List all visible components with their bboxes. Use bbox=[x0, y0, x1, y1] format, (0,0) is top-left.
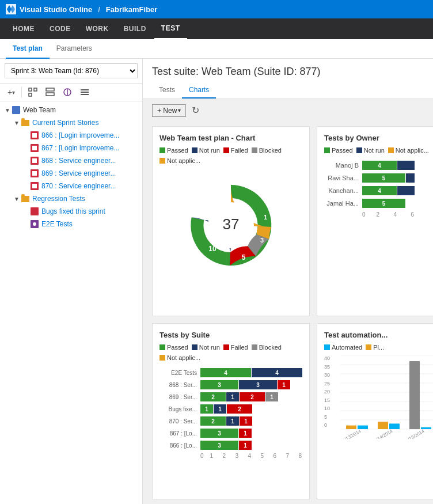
tab-parameters[interactable]: Parameters bbox=[50, 39, 99, 59]
content-title: Test suite: Web Team (Suite ID: 877) bbox=[152, 66, 424, 78]
svg-rect-12 bbox=[81, 94, 89, 95]
tree-label-regression: Regression Tests bbox=[32, 195, 140, 203]
folder-icon-sprint bbox=[21, 118, 30, 127]
suite-bars-e2e: 4 4 bbox=[200, 368, 302, 377]
suite-failed-868: 1 bbox=[278, 380, 290, 389]
tree-item-869[interactable]: 869 : Service engineer... bbox=[0, 167, 142, 180]
legend-automated: Automated bbox=[324, 344, 362, 351]
legend-automated-label: Automated bbox=[332, 344, 362, 351]
content-tabs: Tests Charts bbox=[152, 82, 424, 98]
project-name: FabrikamFiber bbox=[106, 5, 158, 14]
tab-bar: Test plan Parameters bbox=[0, 39, 433, 59]
tree-item-current-sprint[interactable]: ▼ Current Sprint Stories bbox=[0, 116, 142, 129]
suite-notrun-bugs: 1 bbox=[214, 404, 226, 414]
suite-axis-7: 7 bbox=[276, 453, 289, 459]
nav-test[interactable]: TEST bbox=[154, 18, 187, 39]
content-header: Test suite: Web Team (Suite ID: 877) Tes… bbox=[143, 59, 433, 99]
tree-item-867[interactable]: 867 : [Login improveme... bbox=[0, 142, 142, 154]
expand-icon bbox=[28, 88, 37, 97]
y-35: 35 bbox=[324, 364, 330, 370]
legend-blocked-dot bbox=[252, 147, 257, 153]
legend-suite-failed-dot bbox=[223, 344, 229, 350]
suite-bars-bugs: 1 1 2 bbox=[200, 404, 302, 414]
filter-icon bbox=[63, 88, 72, 97]
legend-suite-notapp-dot bbox=[159, 355, 165, 361]
tree-item-regression[interactable]: ▼ Regression Tests bbox=[0, 192, 142, 205]
suite-notrun-e2e: 4 bbox=[252, 368, 302, 377]
legend-suite-passed-label: Passed bbox=[167, 344, 188, 351]
legend-owner-passed-dot bbox=[324, 147, 330, 153]
tree-label-e2e: E2E Tests bbox=[41, 220, 140, 228]
svg-rect-3 bbox=[29, 88, 32, 91]
tree-item-bugs[interactable]: Bugs fixed this sprint bbox=[0, 205, 142, 218]
legend-suite-notapp-label: Not applic... bbox=[167, 354, 200, 361]
suite-row-866: 866 : [Lo... 3 1 bbox=[159, 441, 302, 450]
nav-build[interactable]: BUILD bbox=[117, 18, 153, 39]
suite-passed-869: 2 bbox=[200, 392, 226, 401]
suite-failed-bugs: 2 bbox=[227, 404, 252, 414]
owner-axis: 0 2 4 6 bbox=[362, 211, 433, 218]
collapse-button[interactable] bbox=[43, 86, 58, 98]
svg-rect-13 bbox=[12, 106, 20, 114]
suite-axis-3: 3 bbox=[226, 453, 238, 459]
suite-notrun-868: 3 bbox=[239, 380, 277, 389]
refresh-button[interactable]: ↻ bbox=[191, 104, 200, 117]
suite-failed-867: 1 bbox=[239, 429, 252, 438]
legend-blocked-label: Blocked bbox=[259, 147, 282, 154]
sprint-select[interactable]: Sprint 3: Web Team (Id: 876) bbox=[5, 63, 138, 78]
owner-label-kanchan: Kanchan... bbox=[324, 187, 359, 194]
automation-chart-container: 40 35 30 25 20 15 10 5 0 bbox=[324, 355, 433, 441]
axis-6: 6 bbox=[397, 211, 414, 218]
y-0: 0 bbox=[324, 422, 330, 428]
owner-passed-manoj: 4 bbox=[362, 161, 397, 170]
legend-owner-notapp-label: Not applic... bbox=[396, 147, 429, 154]
legend-suite-passed: Passed bbox=[159, 344, 188, 351]
tree-label-870: 870 : Service engineer... bbox=[41, 182, 140, 190]
legend-owner-notapp: Not applic... bbox=[388, 147, 429, 154]
svg-rect-11 bbox=[81, 92, 89, 93]
legend-suite-blocked-label: Blocked bbox=[259, 344, 282, 351]
content-tab-charts[interactable]: Charts bbox=[182, 82, 216, 98]
suite-axis-4: 4 bbox=[238, 453, 251, 459]
nav-work[interactable]: WORK bbox=[79, 18, 116, 39]
suite-label-870: 870 : Ser... bbox=[159, 418, 197, 425]
content-toolbar: + New ▾ ↻ bbox=[143, 99, 433, 122]
content-tab-tests[interactable]: Tests bbox=[152, 82, 182, 98]
owner-notrun-kanchan bbox=[397, 186, 415, 195]
suite-bars-866: 3 1 bbox=[200, 441, 302, 450]
suite-row-870: 870 : Ser... 2 1 1 bbox=[159, 416, 302, 426]
svg-rect-17 bbox=[32, 146, 37, 150]
add-button[interactable]: + ▾ bbox=[5, 86, 18, 98]
tree-item-868[interactable]: 868 : Service engineer... bbox=[0, 154, 142, 167]
tree-label-868: 868 : Service engineer... bbox=[41, 157, 140, 165]
nav-home[interactable]: HOME bbox=[6, 18, 41, 39]
suite-passed-868: 3 bbox=[200, 380, 238, 389]
sprint-dropdown[interactable]: Sprint 3: Web Team (Id: 876) bbox=[0, 59, 142, 84]
suite-blocked-869: 1 bbox=[265, 392, 278, 401]
tree-item-e2e[interactable]: E2E Tests bbox=[0, 218, 142, 230]
v-axis: 40 35 30 25 20 15 10 5 0 bbox=[324, 355, 330, 428]
suite-axis-6: 6 bbox=[264, 453, 276, 459]
suite-axis-1: 1 bbox=[200, 453, 213, 459]
legend-notapp-label: Not applic... bbox=[167, 157, 200, 164]
automated-bar-2 bbox=[389, 423, 400, 429]
expand-button[interactable] bbox=[25, 86, 40, 98]
bar-chart-owner: Manoj B 4 Ravi Sha... 5 bbox=[324, 158, 433, 220]
donut-chart: 18 10 5 3 1 37 bbox=[173, 175, 288, 272]
tree-item-870[interactable]: 870 : Service engineer... bbox=[0, 180, 142, 192]
filter-button[interactable] bbox=[60, 86, 75, 98]
svg-text:11/13/2014: 11/13/2014 bbox=[340, 429, 362, 439]
new-button[interactable]: + New ▾ bbox=[152, 104, 186, 117]
svg-text:37: 37 bbox=[223, 215, 240, 233]
settings-button[interactable] bbox=[77, 86, 92, 98]
tree-item-web-team[interactable]: ▼ Web Team bbox=[0, 104, 142, 116]
owner-row-manoj: Manoj B 4 bbox=[324, 161, 433, 170]
suite-passed-870: 2 bbox=[200, 416, 226, 426]
suite-bars-869: 2 1 2 1 bbox=[200, 392, 302, 401]
tree-item-866[interactable]: 866 : [Login improveme... bbox=[0, 129, 142, 142]
nav-code[interactable]: CODE bbox=[43, 18, 78, 39]
tab-test-plan[interactable]: Test plan bbox=[6, 39, 50, 59]
legend-planned-dot bbox=[366, 344, 371, 350]
bug-icon-bugs bbox=[30, 207, 39, 216]
owner-row-kanchan: Kanchan... 4 bbox=[324, 186, 433, 195]
